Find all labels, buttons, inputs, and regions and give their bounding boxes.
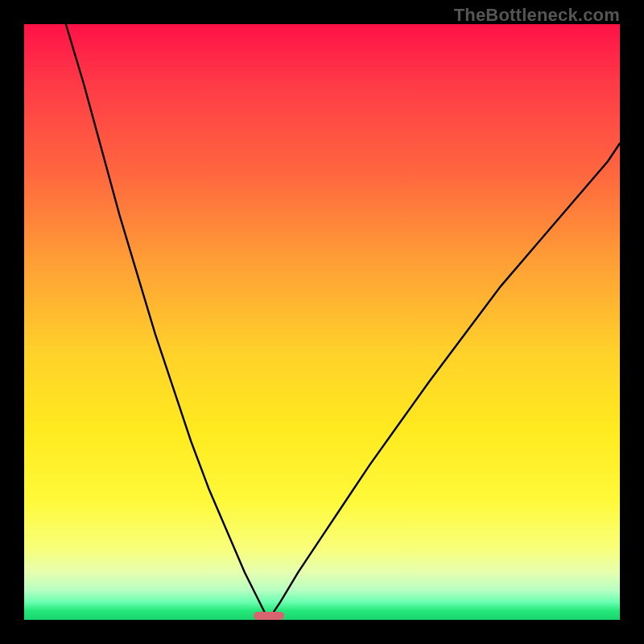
plot-area bbox=[24, 24, 620, 620]
bottleneck-curve bbox=[24, 24, 620, 620]
watermark-text: TheBottleneck.com bbox=[454, 5, 620, 26]
bottleneck-marker bbox=[254, 612, 284, 620]
curve-left-branch bbox=[66, 24, 269, 620]
curve-right-branch bbox=[268, 143, 620, 620]
chart-frame: TheBottleneck.com bbox=[0, 0, 644, 644]
